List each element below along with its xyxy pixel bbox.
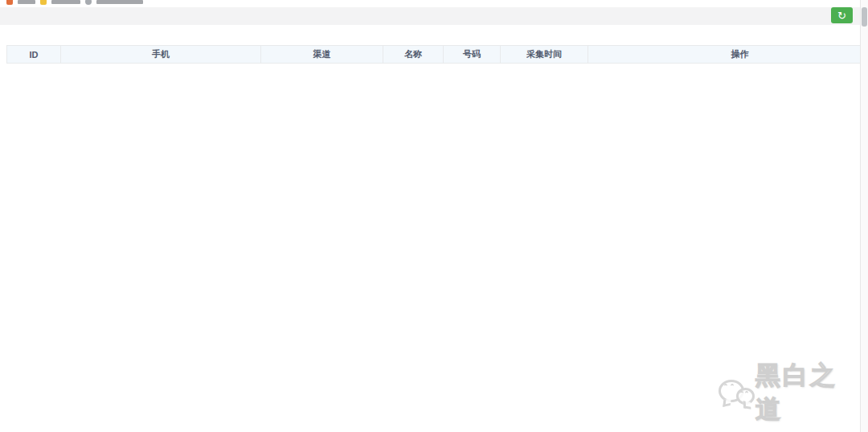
refresh-icon: ↻ xyxy=(837,10,846,22)
content-area: ID手机渠道名称号码采集时间操作 xyxy=(0,25,862,64)
breadcrumb-text-masked xyxy=(18,0,35,4)
column-header: ID xyxy=(7,46,61,64)
column-header: 号码 xyxy=(444,46,501,64)
refresh-button[interactable]: ↻ xyxy=(831,7,853,23)
file-icon xyxy=(85,0,92,5)
breadcrumb-text-masked xyxy=(51,0,80,4)
watermark-text: 黑白之道 xyxy=(755,359,862,426)
column-header: 采集时间 xyxy=(501,46,588,64)
watermark: 黑白之道 xyxy=(717,372,862,413)
wechat-icon xyxy=(717,375,754,410)
breadcrumb xyxy=(0,0,862,7)
data-table: ID手机渠道名称号码采集时间操作 xyxy=(6,45,868,64)
column-header: 渠道 xyxy=(261,46,383,64)
scrollbar[interactable] xyxy=(860,0,868,432)
column-header: 手机 xyxy=(61,46,261,64)
folder-icon xyxy=(40,0,47,5)
breadcrumb-text-masked xyxy=(96,0,143,4)
scrollbar-thumb[interactable] xyxy=(862,7,867,27)
toolbar-band: ↻ xyxy=(0,7,862,25)
table-header-row: ID手机渠道名称号码采集时间操作 xyxy=(7,46,868,64)
column-header: 操作 xyxy=(588,46,868,64)
grid-icon xyxy=(6,0,13,5)
app-screen: ↻ ID手机渠道名称号码采集时间操作 黑白之道 xyxy=(0,0,868,432)
column-header: 名称 xyxy=(383,46,444,64)
